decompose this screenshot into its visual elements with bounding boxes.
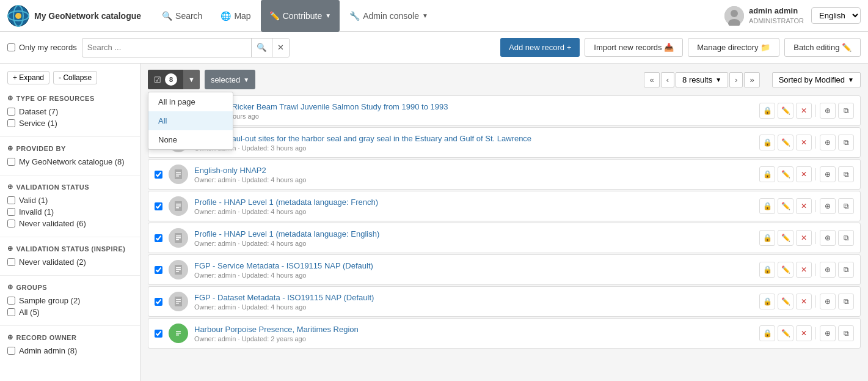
select-caret-button[interactable]: ▼	[183, 70, 200, 89]
filter-validation-header[interactable]: ⊕ VALIDATION STATUS	[7, 183, 133, 191]
filter-admin-owner-checkbox[interactable]	[7, 347, 15, 355]
record-transfer-3[interactable]: ⊕	[820, 166, 836, 182]
record-publish-7[interactable]: 🔒	[759, 294, 775, 309]
record-delete-3[interactable]: ✕	[796, 166, 812, 182]
search-button[interactable]: 🔍	[251, 39, 272, 57]
record-edit-2[interactable]: ✏️	[778, 135, 793, 150]
nav-admin[interactable]: 🔧 Admin console ▼	[341, 0, 437, 32]
collapse-button[interactable]: - Collapse	[53, 71, 97, 84]
sort-button[interactable]: Sorted by Modified ▼	[772, 72, 861, 87]
filter-service-checkbox[interactable]	[7, 119, 15, 127]
record-edit-8[interactable]: ✏️	[778, 325, 793, 341]
record-edit-4[interactable]: ✏️	[778, 198, 793, 214]
batch-editing-button[interactable]: Batch editing ✏️	[784, 38, 861, 57]
results-count-button[interactable]: 8 results ▼	[676, 72, 728, 87]
expand-button[interactable]: + Expand	[7, 71, 49, 84]
record-duplicate-6[interactable]: ⧉	[838, 262, 854, 278]
record-transfer-2[interactable]: ⊕	[820, 135, 836, 150]
action-divider-2	[815, 136, 816, 149]
only-my-records-checkbox[interactable]	[7, 43, 15, 51]
record-transfer-6[interactable]: ⊕	[820, 262, 836, 278]
record-publish-4[interactable]: 🔒	[759, 198, 775, 214]
dropdown-all-in-page[interactable]: All in page	[148, 92, 233, 111]
record-checkbox-3[interactable]	[155, 171, 162, 179]
nav-map[interactable]: 🌐 Map	[212, 0, 259, 32]
record-duplicate-4[interactable]: ⧉	[838, 198, 854, 214]
prev-page-button[interactable]: ‹	[661, 72, 674, 87]
add-new-record-button[interactable]: Add new record +	[500, 38, 580, 57]
record-duplicate-7[interactable]: ⧉	[838, 294, 854, 309]
filter-sample-group-checkbox[interactable]	[7, 297, 15, 305]
record-duplicate-3[interactable]: ⧉	[838, 166, 854, 182]
record-title-4[interactable]: Profile - HNAP Level 1 (metadata languag…	[194, 198, 378, 207]
record-publish-3[interactable]: 🔒	[759, 166, 775, 182]
record-publish-5[interactable]: 🔒	[759, 230, 775, 246]
record-publish-1[interactable]: 🔒	[759, 103, 775, 119]
record-delete-8[interactable]: ✕	[796, 325, 812, 341]
record-delete-7[interactable]: ✕	[796, 294, 812, 309]
record-title-3[interactable]: English-only HNAP2	[194, 166, 266, 175]
nav-search[interactable]: 🔍 Search	[153, 0, 211, 32]
app-logo[interactable]: My GeoNetwork catalogue	[7, 5, 141, 27]
record-title-5[interactable]: Profile - HNAP Level 1 (metadata languag…	[194, 229, 379, 239]
record-checkbox-4[interactable]	[155, 202, 162, 210]
record-transfer-4[interactable]: ⊕	[820, 198, 836, 214]
record-edit-6[interactable]: ✏️	[778, 262, 793, 278]
record-edit-3[interactable]: ✏️	[778, 166, 793, 182]
record-duplicate-1[interactable]: ⧉	[838, 103, 854, 119]
record-publish-6[interactable]: 🔒	[759, 262, 775, 278]
dropdown-all[interactable]: All	[148, 111, 233, 130]
record-transfer-8[interactable]: ⊕	[820, 325, 836, 341]
record-edit-7[interactable]: ✏️	[778, 294, 793, 309]
filter-all-group-checkbox[interactable]	[7, 308, 15, 316]
filter-owner-header[interactable]: ⊕ RECORD OWNER	[7, 333, 133, 341]
record-duplicate-8[interactable]: ⧉	[838, 325, 854, 341]
record-transfer-5[interactable]: ⊕	[820, 230, 836, 246]
record-delete-2[interactable]: ✕	[796, 135, 812, 150]
record-title-7[interactable]: FGP - Dataset Metadata - ISO19115 NAP (D…	[194, 293, 374, 302]
record-edit-1[interactable]: ✏️	[778, 103, 793, 119]
record-publish-2[interactable]: 🔒	[759, 135, 775, 150]
record-transfer-7[interactable]: ⊕	[820, 294, 836, 309]
filter-valid-checkbox[interactable]	[7, 196, 15, 204]
record-checkbox-6[interactable]	[155, 266, 162, 274]
last-page-button[interactable]: »	[744, 72, 759, 87]
manage-directory-button[interactable]: Manage directory 📁	[688, 38, 779, 57]
filter-type-header[interactable]: ⊕ TYPE OF RESOURCES	[7, 94, 133, 102]
record-duplicate-5[interactable]: ⧉	[838, 230, 854, 246]
filter-inspire-header[interactable]: ⊕ VALIDATION STATUS (INSPIRE)	[7, 245, 133, 253]
record-transfer-1[interactable]: ⊕	[820, 103, 836, 119]
filter-provided-header[interactable]: ⊕ PROVIDED BY	[7, 144, 133, 152]
record-title-6[interactable]: FGP - Service Metadata - ISO19115 NAP (D…	[194, 261, 373, 270]
record-duplicate-2[interactable]: ⧉	[838, 135, 854, 150]
clear-search-button[interactable]: ✕	[272, 39, 289, 57]
language-selector[interactable]: English French	[811, 7, 861, 24]
search-input[interactable]	[82, 43, 251, 52]
nav-contribute[interactable]: ✏️ Contribute ▼	[261, 0, 340, 32]
only-my-records-label[interactable]: Only my records	[19, 43, 77, 52]
filter-my-catalogue-checkbox[interactable]	[7, 158, 15, 166]
record-delete-1[interactable]: ✕	[796, 103, 812, 119]
filter-inspire-never-checkbox[interactable]	[7, 258, 15, 266]
next-page-button[interactable]: ›	[729, 72, 743, 87]
record-item: FGP - Service Metadata - ISO19115 NAP (D…	[148, 254, 861, 285]
top-navigation: My GeoNetwork catalogue 🔍 Search 🌐 Map ✏…	[0, 0, 868, 32]
record-delete-5[interactable]: ✕	[796, 230, 812, 246]
filter-invalid-checkbox[interactable]	[7, 208, 15, 216]
dropdown-none[interactable]: None	[148, 130, 233, 149]
record-checkbox-8[interactable]	[155, 330, 162, 338]
first-page-button[interactable]: «	[644, 72, 659, 87]
record-title-2[interactable]: Potential haul-out sites for the harbor …	[194, 134, 531, 143]
filter-dataset-checkbox[interactable]	[7, 108, 15, 116]
record-publish-8[interactable]: 🔒	[759, 325, 775, 341]
filter-groups-header[interactable]: ⊕ GROUPS	[7, 283, 133, 291]
record-title-8[interactable]: Harbour Porpoise Presence, Maritimes Reg…	[194, 325, 359, 334]
record-delete-4[interactable]: ✕	[796, 198, 812, 214]
record-checkbox-7[interactable]	[155, 298, 162, 306]
record-delete-6[interactable]: ✕	[796, 262, 812, 278]
record-checkbox-5[interactable]	[155, 234, 162, 242]
filter-never-validated-checkbox[interactable]	[7, 220, 15, 227]
record-edit-5[interactable]: ✏️	[778, 230, 793, 246]
import-records-button[interactable]: Import new records 📥	[585, 38, 683, 57]
selected-button[interactable]: selected ▼	[205, 70, 255, 89]
